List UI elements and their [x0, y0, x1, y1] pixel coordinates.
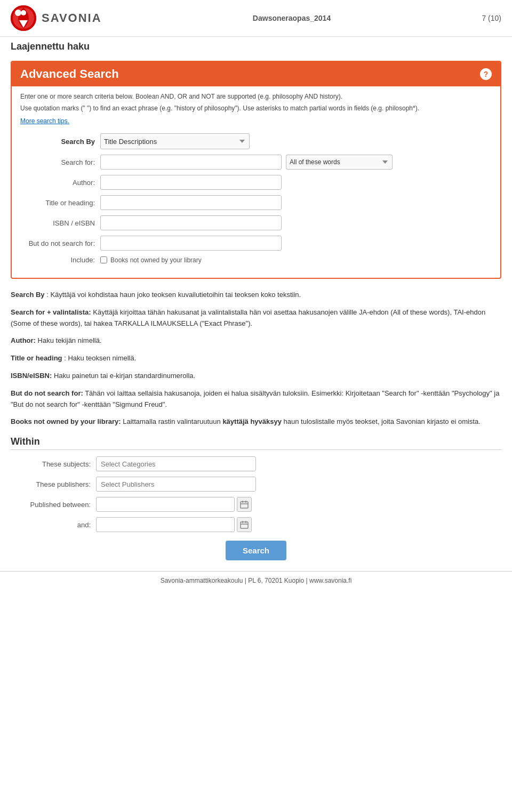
- include-checkbox-group: Books not owned by your library: [100, 256, 202, 264]
- desc-books-not-owned: Books not owned by your library: Laittam…: [11, 416, 501, 428]
- help-button[interactable]: ?: [480, 68, 492, 80]
- subjects-input[interactable]: [96, 456, 256, 471]
- svg-rect-8: [241, 522, 248, 528]
- desc-title-heading-text: : Haku teoksen nimellä.: [64, 354, 136, 362]
- desc-author-text: Haku tekijän nimellä.: [38, 336, 102, 344]
- header: SAVONIA Dawsoneraopas_2014 7 (10): [0, 0, 512, 37]
- desc-isbn: ISBN/eISBN: Haku painetun tai e-kirjan s…: [11, 371, 501, 382]
- desc-search-by-bold: Search By: [11, 291, 45, 299]
- desc-title-heading-bold: Title or heading: [11, 354, 62, 362]
- desc-search-by-text: : Käyttäjä voi kohdistaa haun joko teoks…: [46, 291, 301, 299]
- isbn-label: ISBN / eISBN: [20, 219, 100, 227]
- and-row: and:: [11, 517, 501, 532]
- search-for-label: Search for:: [20, 158, 100, 166]
- title-heading-row: Title or heading:: [20, 195, 492, 210]
- page-title: Laajennettu haku: [0, 37, 512, 57]
- calendar-icon-1: [240, 500, 249, 509]
- within-title: Within: [11, 436, 501, 450]
- desc-but-not: But do not search for: Tähän voi laittaa…: [11, 388, 501, 411]
- search-button[interactable]: Search: [226, 541, 286, 560]
- within-form: These subjects: These publishers: Publis…: [11, 456, 501, 560]
- publishers-input[interactable]: [96, 477, 256, 492]
- desc-books-not-owned-text: Laittamalla rastin valintaruutuun käyttä…: [123, 417, 481, 425]
- isbn-row: ISBN / eISBN: [20, 215, 492, 230]
- published-between-label: Published between:: [11, 501, 96, 509]
- desc-author: Author: Haku tekijän nimellä.: [11, 335, 501, 347]
- desc-books-not-owned-bold: Books not owned by your library:: [11, 417, 121, 425]
- and-label: and:: [11, 521, 96, 529]
- include-label: Include:: [20, 256, 100, 264]
- advanced-search-box: Advanced Search ? Enter one or more sear…: [11, 61, 501, 279]
- isbn-input[interactable]: [100, 215, 282, 230]
- search-for-input[interactable]: [100, 155, 282, 170]
- savonia-logo: [11, 5, 36, 31]
- search-by-select[interactable]: Title Descriptions: [100, 133, 250, 149]
- but-not-row: But do not search for:: [20, 236, 492, 251]
- published-between-input[interactable]: [96, 497, 235, 512]
- subjects-row: These subjects:: [11, 456, 501, 471]
- page-info: 7 (10): [482, 14, 501, 22]
- calendar-btn-1[interactable]: [237, 497, 252, 512]
- intro-text-1: Enter one or more search criteria below.…: [20, 92, 492, 101]
- search-by-row: Search By Title Descriptions: [20, 133, 492, 149]
- svg-rect-4: [241, 502, 248, 508]
- author-input[interactable]: [100, 175, 282, 190]
- more-tips-link[interactable]: More search tips.: [20, 117, 69, 125]
- header-center-text: Dawsoneraopas_2014: [253, 14, 331, 22]
- desc-title-heading: Title or heading : Haku teoksen nimellä.: [11, 353, 501, 364]
- advanced-search-body: Enter one or more search criteria below.…: [12, 86, 500, 278]
- publishers-row: These publishers:: [11, 477, 501, 492]
- desc-isbn-text: Haku painetun tai e-kirjan standardinume…: [54, 372, 195, 380]
- but-not-label: But do not search for:: [20, 239, 100, 247]
- footer-text: Savonia-ammattikorkeakoulu | PL 6, 70201…: [161, 577, 352, 584]
- include-row: Include: Books not owned by your library: [20, 256, 492, 264]
- subjects-label: These subjects:: [11, 460, 96, 468]
- title-heading-label: Title or heading:: [20, 199, 100, 207]
- search-form: Search By Title Descriptions Search for:…: [20, 133, 492, 264]
- intro-text-2: Use quotation marks (" ") to find an exa…: [20, 103, 492, 113]
- author-row: Author:: [20, 175, 492, 190]
- words-select[interactable]: All of these words Any of these words Ex…: [286, 155, 393, 170]
- calendar-icon-2: [240, 520, 249, 529]
- desc-search-by: Search By : Käyttäjä voi kohdistaa haun …: [11, 290, 501, 301]
- advanced-search-title: Advanced Search ?: [12, 62, 500, 86]
- logo-area: SAVONIA: [11, 5, 102, 31]
- but-not-input[interactable]: [100, 236, 282, 251]
- svg-point-2: [21, 10, 26, 15]
- desc-isbn-bold: ISBN/eISBN:: [11, 372, 52, 380]
- description-section: Search By : Käyttäjä voi kohdistaa haun …: [11, 290, 501, 428]
- search-by-label: Search By: [20, 138, 100, 146]
- within-section: Within These subjects: These publishers:…: [11, 436, 501, 560]
- footer: Savonia-ammattikorkeakoulu | PL 6, 70201…: [0, 571, 512, 590]
- desc-search-for: Search for + valintalista: Käyttäjä kirj…: [11, 307, 501, 329]
- logo-text: SAVONIA: [42, 11, 102, 25]
- and-input[interactable]: [96, 517, 235, 532]
- desc-but-not-text: Tähän voi laittaa sellaisia hakusanoja, …: [11, 389, 499, 408]
- desc-search-for-bold: Search for + valintalista:: [11, 308, 91, 316]
- author-label: Author:: [20, 179, 100, 187]
- publishers-label: These publishers:: [11, 480, 96, 488]
- published-between-row: Published between:: [11, 497, 501, 512]
- desc-author-bold: Author:: [11, 336, 36, 344]
- title-heading-input[interactable]: [100, 195, 282, 210]
- search-for-row: Search for: All of these words Any of th…: [20, 155, 492, 170]
- advanced-search-heading: Advanced Search: [20, 67, 119, 81]
- calendar-btn-2[interactable]: [237, 517, 252, 532]
- include-checkbox-label: Books not owned by your library: [110, 256, 202, 264]
- books-not-owned-checkbox[interactable]: [100, 256, 107, 263]
- desc-but-not-bold: But do not search for:: [11, 389, 83, 397]
